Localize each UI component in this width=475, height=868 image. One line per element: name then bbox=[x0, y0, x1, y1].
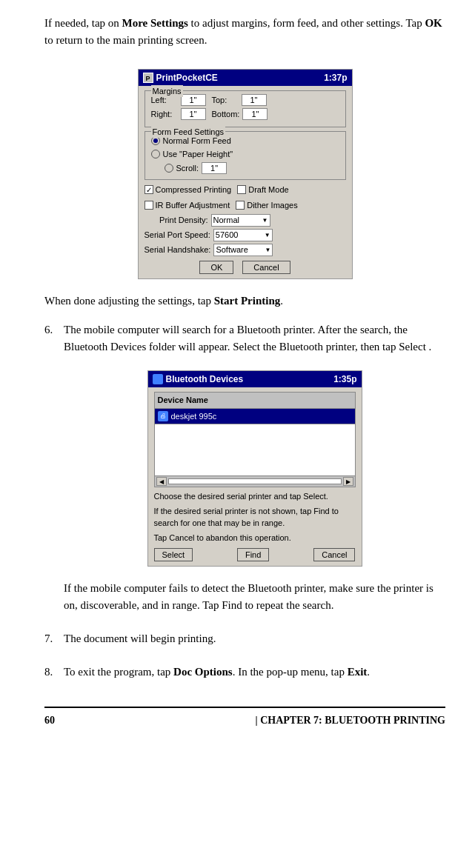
top-label: Top: bbox=[212, 94, 239, 107]
check-compressed-label: Compressed Printing bbox=[156, 184, 232, 196]
step-7-number: 7. bbox=[44, 630, 64, 655]
start-printing-bold: Start Printing bbox=[214, 295, 281, 307]
check-dither-box bbox=[236, 201, 245, 210]
radio-paper-height[interactable]: Use "Paper Height" bbox=[151, 148, 339, 161]
radio-paper-circle bbox=[151, 150, 160, 158]
print-density-label: Print Density: bbox=[145, 214, 211, 227]
bt-info3: Tap Cancel to abandon this operation. bbox=[154, 533, 356, 544]
scroll-input[interactable] bbox=[202, 162, 227, 174]
footer-chapter: | CHAPTER 7: BLUETOOTH PRINTING bbox=[256, 712, 445, 728]
check-draft-label: Draft Mode bbox=[248, 184, 288, 196]
footer-page: 60 bbox=[44, 712, 55, 728]
print-density-arrow: ▼ bbox=[262, 216, 268, 225]
bt-cancel-button[interactable]: Cancel bbox=[313, 548, 355, 561]
step-7-text: The document will begin printing. bbox=[64, 630, 445, 647]
ppce-screenshot-container: P PrintPocketCE 1:37p Margins Left: Top:… bbox=[44, 61, 445, 293]
bt-titlebar: Bluetooth Devices 1:35p bbox=[148, 371, 362, 387]
serial-port-value: 57600 bbox=[216, 229, 239, 241]
ppce-ok-button[interactable]: OK bbox=[199, 261, 233, 274]
step-8-text2: . In the pop-up menu, tap bbox=[233, 666, 348, 678]
serial-handshake-select[interactable]: Software ▼ bbox=[213, 244, 273, 256]
bt-scroll-track bbox=[168, 478, 342, 484]
bt-find-button[interactable]: Find bbox=[237, 548, 269, 561]
serial-handshake-row: Serial Handshake: Software ▼ bbox=[145, 244, 346, 256]
check-compressed[interactable]: Compressed Printing bbox=[145, 184, 232, 196]
serial-handshake-label: Serial Handshake: bbox=[145, 244, 214, 256]
serial-port-row: Serial Port Speed: 57600 ▼ bbox=[145, 229, 346, 241]
margins-row2: Right: Bottom: bbox=[151, 108, 339, 121]
form-feed-label: Form Feed Settings bbox=[151, 126, 226, 138]
scroll-row: Scroll: bbox=[165, 162, 339, 175]
check-draft-box bbox=[237, 185, 246, 194]
ppce-icon: P bbox=[143, 73, 153, 83]
scroll-label: Scroll: bbox=[176, 162, 199, 175]
step-8-text: To exit the program, tap Doc Options. In… bbox=[64, 664, 445, 681]
ppce-title: PrintPocketCE bbox=[156, 71, 218, 84]
check-compressed-box bbox=[145, 185, 153, 194]
bt-info2: If the desired serial printer is not sho… bbox=[154, 506, 356, 529]
right-input[interactable] bbox=[181, 108, 206, 120]
print-density-select[interactable]: Normal ▼ bbox=[211, 214, 270, 227]
intro-paragraph: If needed, tap on More Settings to adjus… bbox=[44, 15, 445, 50]
left-input[interactable] bbox=[181, 94, 206, 106]
bt-scrollbar: ◀ ▶ bbox=[154, 476, 356, 487]
checkboxes-row2: IR Buffer Adjustment Dither Images bbox=[145, 199, 346, 212]
step-6-number: 6. bbox=[44, 321, 64, 622]
serial-port-select[interactable]: 57600 ▼ bbox=[213, 229, 273, 241]
bt-title: Bluetooth Devices bbox=[166, 373, 244, 386]
check-ir[interactable]: IR Buffer Adjustment bbox=[145, 199, 230, 212]
step-6-text: The mobile computer will search for a Bl… bbox=[64, 321, 445, 356]
bt-scroll-right[interactable]: ▶ bbox=[343, 477, 353, 486]
step-8: 8. To exit the program, tap Doc Options.… bbox=[44, 664, 445, 688]
serial-port-arrow: ▼ bbox=[265, 231, 270, 240]
bt-screenshot-container: Bluetooth Devices 1:35p Device Name 🖨 de… bbox=[64, 363, 445, 580]
margins-label: Margins bbox=[151, 85, 183, 98]
step-8-number: 8. bbox=[44, 664, 64, 688]
step-8-text1: To exit the program, tap bbox=[64, 666, 173, 678]
bt-device-name: deskjet 995c bbox=[171, 410, 217, 423]
form-feed-group: Form Feed Settings Normal Form Feed Use … bbox=[145, 131, 346, 181]
print-density-row: Print Density: Normal ▼ bbox=[145, 214, 346, 227]
bt-icon bbox=[153, 374, 163, 384]
bt-buttons: Select Find Cancel bbox=[154, 548, 356, 561]
doc-options-bold: Doc Options bbox=[173, 666, 233, 678]
bt-col-header: Device Name bbox=[154, 392, 356, 409]
when-done-paragraph: When done adjusting the settings, tap St… bbox=[44, 293, 445, 310]
bt-body: Device Name 🖨 deskjet 995c ◀ ▶ bbox=[148, 387, 362, 566]
ppce-cancel-button[interactable]: Cancel bbox=[242, 261, 290, 274]
margins-group: Margins Left: Top: Right: Bottom: bbox=[145, 90, 346, 127]
when-done-text1: When done adjusting the settings, tap bbox=[44, 295, 214, 307]
ppce-buttons: OK Cancel bbox=[145, 261, 346, 274]
bottom-label: Bottom: bbox=[212, 108, 240, 121]
bottom-input[interactable] bbox=[242, 108, 268, 120]
ppce-time: 1:37p bbox=[324, 71, 347, 84]
step-6: 6. The mobile computer will search for a… bbox=[44, 321, 445, 622]
exit-bold: Exit bbox=[348, 666, 368, 678]
check-ir-label: IR Buffer Adjustment bbox=[156, 199, 230, 212]
check-dither-label: Dither Images bbox=[247, 199, 297, 212]
serial-handshake-arrow: ▼ bbox=[265, 246, 270, 255]
serial-handshake-value: Software bbox=[216, 244, 248, 256]
step-7-content: The document will begin printing. bbox=[64, 630, 445, 655]
step-8-content: To exit the program, tap Doc Options. In… bbox=[64, 664, 445, 688]
check-dither[interactable]: Dither Images bbox=[236, 199, 297, 212]
serial-port-label: Serial Port Speed: bbox=[145, 229, 213, 241]
check-ir-box bbox=[145, 201, 153, 210]
bt-device-row[interactable]: 🖨 deskjet 995c bbox=[154, 409, 356, 425]
step-6-content: The mobile computer will search for a Bl… bbox=[64, 321, 445, 622]
more-settings-bold: More Settings bbox=[122, 17, 188, 29]
intro-text-1c: to return to the main printing screen. bbox=[44, 34, 207, 46]
check-draft[interactable]: Draft Mode bbox=[237, 184, 288, 196]
after-bt-text: If the mobile computer fails to detect t… bbox=[64, 580, 445, 615]
intro-text-1b: to adjust margins, form feed, and other … bbox=[188, 17, 425, 29]
radio-paper-label: Use "Paper Height" bbox=[163, 148, 233, 161]
bt-select-button[interactable]: Select bbox=[154, 548, 193, 561]
right-label: Right: bbox=[151, 108, 178, 121]
bt-scroll-left[interactable]: ◀ bbox=[156, 477, 167, 486]
step-8-text3: . bbox=[367, 666, 370, 678]
top-input[interactable] bbox=[242, 94, 267, 106]
footer: 60 | CHAPTER 7: BLUETOOTH PRINTING bbox=[44, 707, 445, 728]
bt-dialog: Bluetooth Devices 1:35p Device Name 🖨 de… bbox=[147, 370, 362, 567]
intro-text-1: If needed, tap on bbox=[44, 17, 122, 29]
step-7: 7. The document will begin printing. bbox=[44, 630, 445, 655]
